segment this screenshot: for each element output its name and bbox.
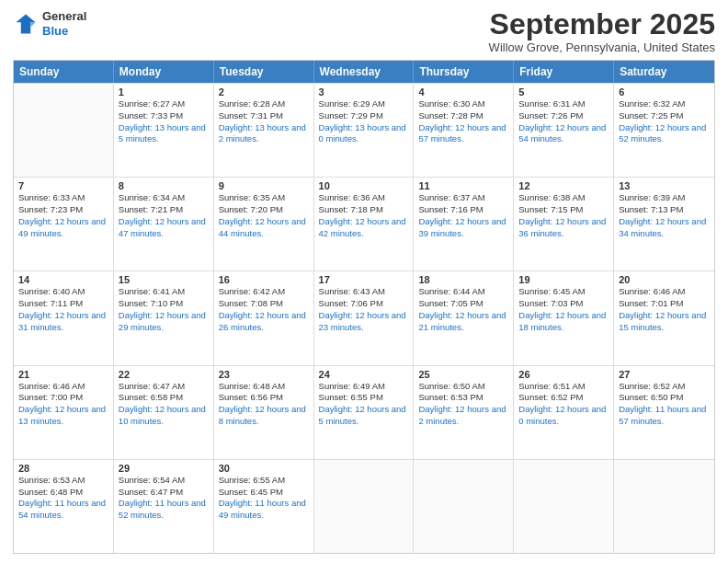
- sunset-text: Sunset: 7:25 PM: [619, 110, 683, 121]
- calendar-cell: [314, 460, 415, 553]
- sunrise-text: Sunrise: 6:45 AM: [518, 286, 585, 296]
- sunrise-text: Sunrise: 6:50 AM: [418, 381, 484, 391]
- cell-info: Sunrise: 6:46 AMSunset: 7:01 PMDaylight:…: [619, 286, 710, 333]
- sunset-text: Sunset: 7:18 PM: [319, 204, 383, 214]
- sunrise-text: Sunrise: 6:32 AM: [619, 98, 685, 109]
- calendar-row-4: 28Sunrise: 6:53 AMSunset: 6:48 PMDayligh…: [14, 459, 714, 553]
- cell-info: Sunrise: 6:51 AMSunset: 6:52 PMDaylight:…: [518, 381, 609, 428]
- month-title: September 2025: [489, 9, 715, 39]
- cell-info: Sunrise: 6:38 AMSunset: 7:15 PMDaylight:…: [518, 192, 609, 239]
- calendar-cell: 23Sunrise: 6:48 AMSunset: 6:56 PMDayligh…: [214, 366, 314, 459]
- logo: General Blue: [13, 9, 86, 38]
- cell-info: Sunrise: 6:36 AMSunset: 7:18 PMDaylight:…: [319, 192, 409, 239]
- cell-info: Sunrise: 6:48 AMSunset: 6:56 PMDaylight:…: [219, 381, 309, 428]
- calendar-cell: 12Sunrise: 6:38 AMSunset: 7:15 PMDayligh…: [514, 178, 614, 270]
- sunset-text: Sunset: 7:29 PM: [319, 110, 383, 121]
- title-area: September 2025 Willow Grove, Pennsylvani…: [489, 9, 715, 54]
- cell-info: Sunrise: 6:47 AMSunset: 6:58 PMDaylight:…: [119, 381, 209, 428]
- daylight-text: Daylight: 12 hours and 8 minutes.: [219, 404, 306, 426]
- header-day-friday: Friday: [514, 61, 614, 83]
- calendar-cell: 11Sunrise: 6:37 AMSunset: 7:16 PMDayligh…: [414, 178, 514, 270]
- daylight-text: Daylight: 12 hours and 57 minutes.: [418, 122, 506, 144]
- calendar-cell: [14, 84, 114, 177]
- day-number: 25: [418, 369, 508, 380]
- daylight-text: Daylight: 12 hours and 2 minutes.: [418, 404, 506, 426]
- header-day-monday: Monday: [114, 61, 214, 83]
- daylight-text: Daylight: 12 hours and 0 minutes.: [518, 404, 606, 426]
- cell-info: Sunrise: 6:43 AMSunset: 7:06 PMDaylight:…: [319, 286, 409, 333]
- calendar-cell: 24Sunrise: 6:49 AMSunset: 6:55 PMDayligh…: [314, 366, 415, 459]
- day-number: 2: [219, 86, 309, 98]
- sunrise-text: Sunrise: 6:27 AM: [119, 98, 185, 109]
- day-number: 18: [418, 274, 508, 285]
- calendar-cell: 25Sunrise: 6:50 AMSunset: 6:53 PMDayligh…: [414, 366, 514, 459]
- cell-info: Sunrise: 6:50 AMSunset: 6:53 PMDaylight:…: [418, 381, 508, 428]
- calendar-cell: 20Sunrise: 6:46 AMSunset: 7:01 PMDayligh…: [614, 271, 714, 364]
- daylight-text: Daylight: 12 hours and 15 minutes.: [619, 310, 706, 332]
- daylight-text: Daylight: 11 hours and 52 minutes.: [119, 498, 206, 520]
- day-number: 30: [219, 463, 309, 474]
- calendar-cell: 15Sunrise: 6:41 AMSunset: 7:10 PMDayligh…: [114, 271, 214, 364]
- sunrise-text: Sunrise: 6:46 AM: [18, 381, 85, 391]
- daylight-text: Daylight: 12 hours and 54 minutes.: [518, 122, 606, 144]
- daylight-text: Daylight: 12 hours and 23 minutes.: [319, 310, 406, 332]
- daylight-text: Daylight: 12 hours and 29 minutes.: [119, 310, 206, 332]
- cell-info: Sunrise: 6:52 AMSunset: 6:50 PMDaylight:…: [619, 381, 710, 428]
- header: General Blue September 2025 Willow Grove…: [13, 9, 715, 54]
- daylight-text: Daylight: 12 hours and 49 minutes.: [18, 216, 106, 238]
- sunrise-text: Sunrise: 6:44 AM: [418, 286, 484, 296]
- daylight-text: Daylight: 12 hours and 44 minutes.: [219, 216, 306, 238]
- day-number: 9: [219, 180, 309, 191]
- cell-info: Sunrise: 6:39 AMSunset: 7:13 PMDaylight:…: [619, 192, 710, 239]
- sunset-text: Sunset: 7:15 PM: [518, 204, 583, 214]
- sunset-text: Sunset: 7:23 PM: [18, 204, 83, 214]
- logo-general: General: [42, 9, 86, 24]
- sunset-text: Sunset: 6:58 PM: [119, 392, 183, 402]
- sunset-text: Sunset: 6:50 PM: [619, 392, 683, 402]
- calendar-cell: 22Sunrise: 6:47 AMSunset: 6:58 PMDayligh…: [114, 366, 214, 459]
- calendar-cell: 2Sunrise: 6:28 AMSunset: 7:31 PMDaylight…: [214, 84, 314, 177]
- day-number: 20: [619, 274, 710, 285]
- calendar-cell: 19Sunrise: 6:45 AMSunset: 7:03 PMDayligh…: [514, 271, 614, 364]
- sunset-text: Sunset: 7:26 PM: [518, 110, 583, 121]
- calendar-cell: 14Sunrise: 6:40 AMSunset: 7:11 PMDayligh…: [14, 271, 114, 364]
- daylight-text: Daylight: 12 hours and 34 minutes.: [619, 216, 706, 238]
- svg-marker-1: [30, 22, 35, 27]
- cell-info: Sunrise: 6:37 AMSunset: 7:16 PMDaylight:…: [418, 192, 508, 239]
- day-number: 5: [518, 86, 609, 98]
- cell-info: Sunrise: 6:32 AMSunset: 7:25 PMDaylight:…: [619, 98, 710, 145]
- logo-blue: Blue: [42, 24, 86, 39]
- sunrise-text: Sunrise: 6:43 AM: [319, 286, 385, 296]
- header-day-wednesday: Wednesday: [314, 61, 415, 83]
- day-number: 1: [119, 86, 209, 98]
- calendar-cell: [514, 460, 614, 553]
- calendar-row-0: 1Sunrise: 6:27 AMSunset: 7:33 PMDaylight…: [14, 83, 714, 177]
- cell-info: Sunrise: 6:53 AMSunset: 6:48 PMDaylight:…: [18, 475, 108, 522]
- day-number: 6: [619, 86, 710, 98]
- calendar-row-2: 14Sunrise: 6:40 AMSunset: 7:11 PMDayligh…: [14, 270, 714, 364]
- calendar-cell: 1Sunrise: 6:27 AMSunset: 7:33 PMDaylight…: [114, 84, 214, 177]
- sunset-text: Sunset: 6:47 PM: [119, 487, 183, 497]
- cell-info: Sunrise: 6:28 AMSunset: 7:31 PMDaylight:…: [219, 98, 309, 145]
- daylight-text: Daylight: 12 hours and 36 minutes.: [518, 216, 606, 238]
- sunrise-text: Sunrise: 6:48 AM: [219, 381, 285, 391]
- day-number: 4: [418, 86, 508, 98]
- calendar-cell: 16Sunrise: 6:42 AMSunset: 7:08 PMDayligh…: [214, 271, 314, 364]
- daylight-text: Daylight: 12 hours and 39 minutes.: [418, 216, 506, 238]
- header-day-sunday: Sunday: [14, 61, 114, 83]
- calendar-cell: 29Sunrise: 6:54 AMSunset: 6:47 PMDayligh…: [114, 460, 214, 553]
- sunset-text: Sunset: 7:33 PM: [119, 110, 183, 121]
- day-number: 13: [619, 180, 710, 191]
- day-number: 14: [18, 274, 108, 285]
- cell-info: Sunrise: 6:34 AMSunset: 7:21 PMDaylight:…: [119, 192, 209, 239]
- daylight-text: Daylight: 12 hours and 42 minutes.: [319, 216, 406, 238]
- day-number: 11: [418, 180, 508, 191]
- logo-text: General Blue: [42, 9, 86, 38]
- calendar-cell: 9Sunrise: 6:35 AMSunset: 7:20 PMDaylight…: [214, 178, 314, 270]
- day-number: 15: [119, 274, 209, 285]
- sunset-text: Sunset: 7:03 PM: [518, 298, 583, 308]
- daylight-text: Daylight: 11 hours and 57 minutes.: [619, 404, 706, 426]
- day-number: 8: [119, 180, 209, 191]
- daylight-text: Daylight: 13 hours and 5 minutes.: [119, 122, 206, 144]
- day-number: 7: [18, 180, 108, 191]
